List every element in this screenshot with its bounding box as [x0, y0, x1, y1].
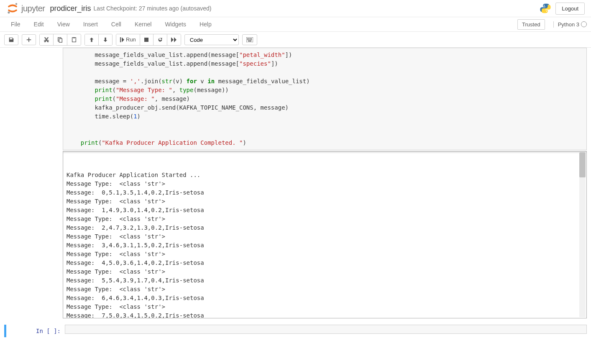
copy-icon — [57, 37, 63, 43]
python-logo-icon — [540, 3, 551, 14]
svg-rect-12 — [251, 38, 252, 39]
run-button[interactable]: Run — [116, 34, 140, 45]
fast-forward-icon — [171, 37, 177, 42]
notebook-container: message_fields_value_list.append(message… — [0, 48, 591, 337]
svg-point-0 — [15, 3, 18, 5]
cell-type-select[interactable]: Code — [184, 34, 239, 45]
menu-help[interactable]: Help — [193, 18, 218, 31]
menu-view[interactable]: View — [51, 18, 77, 31]
svg-point-1 — [8, 11, 10, 13]
plus-icon — [26, 37, 32, 43]
svg-rect-14 — [248, 39, 249, 40]
output-prompt — [4, 151, 63, 318]
move-down-button[interactable] — [99, 34, 112, 45]
run-label: Run — [126, 36, 136, 43]
svg-rect-6 — [120, 37, 121, 42]
interrupt-button[interactable] — [140, 34, 154, 45]
command-palette-button[interactable] — [242, 34, 257, 45]
svg-rect-7 — [144, 38, 148, 42]
header: jupyter prodicer_iris Last Checkpoint: 2… — [0, 0, 591, 17]
notebook-name[interactable]: prodicer_iris — [50, 4, 91, 13]
copy-button[interactable] — [54, 34, 67, 45]
kernel-status-icon[interactable] — [581, 21, 587, 27]
svg-rect-15 — [250, 39, 251, 40]
restart-icon — [157, 37, 163, 43]
menu-insert[interactable]: Insert — [77, 18, 105, 31]
cut-icon — [43, 37, 49, 43]
code-input-area[interactable]: message_fields_value_list.append(message… — [63, 48, 587, 150]
kernel-name[interactable]: Python 3 — [553, 21, 579, 28]
cut-button[interactable] — [40, 34, 54, 45]
logout-button[interactable]: Logout — [555, 3, 585, 15]
save-button[interactable] — [4, 34, 18, 45]
empty-code-cell[interactable]: In [ ]: — [4, 325, 587, 337]
autosave-text: (autosaved) — [180, 5, 211, 12]
paste-button[interactable] — [67, 34, 81, 45]
menu-cell[interactable]: Cell — [105, 18, 128, 31]
svg-rect-3 — [59, 38, 62, 42]
svg-rect-17 — [248, 41, 251, 41]
menu-edit[interactable]: Edit — [27, 18, 51, 31]
svg-rect-16 — [251, 39, 252, 40]
stop-icon — [144, 37, 149, 42]
keyboard-icon — [246, 37, 253, 42]
output-scrollbar[interactable] — [579, 152, 586, 317]
svg-rect-9 — [247, 38, 248, 39]
run-icon — [120, 37, 124, 42]
svg-rect-10 — [248, 38, 249, 39]
arrow-down-icon — [102, 37, 108, 43]
jupyter-logo[interactable]: jupyter — [6, 2, 45, 15]
empty-cell-prompt: In [ ]: — [6, 325, 65, 337]
output-cell: Kafka Producer Application Started ... M… — [4, 151, 587, 318]
logo-text: jupyter — [21, 4, 45, 13]
move-up-button[interactable] — [85, 34, 99, 45]
menu-kernel[interactable]: Kernel — [128, 18, 158, 31]
restart-button[interactable] — [154, 34, 167, 45]
trusted-indicator[interactable]: Trusted — [517, 19, 545, 30]
menubar: FileEditViewInsertCellKernelWidgetsHelp … — [0, 17, 591, 32]
svg-rect-13 — [247, 39, 248, 40]
paste-icon — [71, 37, 77, 43]
restart-run-all-button[interactable] — [167, 34, 181, 45]
empty-code-input[interactable] — [65, 325, 587, 334]
jupyter-logo-icon — [6, 2, 19, 15]
output-scrollbar-thumb[interactable] — [579, 152, 586, 177]
checkpoint-text: Last Checkpoint: 27 minutes ago — [94, 5, 179, 12]
toolbar: Run Code — [0, 32, 591, 48]
menu-widgets[interactable]: Widgets — [158, 18, 193, 31]
svg-rect-5 — [73, 37, 75, 38]
arrow-up-icon — [89, 37, 95, 43]
cell-prompt — [4, 48, 63, 150]
add-cell-button[interactable] — [22, 34, 36, 45]
menu-file[interactable]: File — [4, 18, 27, 31]
output-area[interactable]: Kafka Producer Application Started ... M… — [63, 151, 587, 318]
save-icon — [8, 37, 14, 43]
svg-rect-11 — [250, 38, 251, 39]
code-cell[interactable]: message_fields_value_list.append(message… — [4, 48, 587, 150]
output-text: Kafka Producer Application Started ... M… — [67, 171, 583, 318]
